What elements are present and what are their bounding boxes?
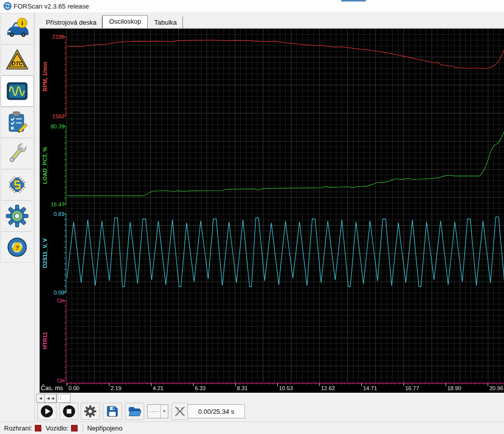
wrench-icon [5,141,29,166]
transport-toolbar: ▼ 0.00/25.34 s [35,403,504,422]
tests-clipboard-icon [5,110,29,134]
status-bar: Rozhraní: Vozidlo: Nepřipojeno [0,421,504,434]
save-floppy-icon [106,405,118,417]
svg-text:0.00: 0.00 [54,290,65,296]
svg-text:On: On [57,298,65,304]
sidebar-item-help[interactable]: ? [1,232,34,263]
sidebar-item-settings[interactable] [1,200,34,232]
scope-traces: 21861582RPM, 1/min80.3916.47LOAD_PCT, %0… [40,29,504,393]
svg-text:8.31: 8.31 [237,385,247,391]
scrollbar-thumb[interactable] [56,394,71,403]
record-settings-button[interactable] [81,403,100,420]
marker-select-dropdown[interactable]: ▼ [147,404,168,418]
interface-status-indicator [35,425,41,431]
sidebar-item-configuration[interactable] [1,169,34,200]
markers-toggle-button[interactable] [171,403,188,420]
open-folder-icon [128,405,141,417]
svg-text:0.81: 0.81 [54,211,65,217]
svg-text:4.21: 4.21 [153,385,163,391]
svg-text:LOAD_PCT, %: LOAD_PCT, % [42,147,48,184]
window-title: FORScan v2.3.65 release [14,3,89,10]
svg-text:6.33: 6.33 [195,385,206,391]
svg-text:On: On [57,378,65,384]
scroll-left-button[interactable]: ◄ [36,394,45,403]
time-position-display: 0.00/25.34 s [187,404,245,418]
open-file-button[interactable] [125,403,144,420]
svg-text:2186: 2186 [52,34,65,40]
chevron-down-icon: ▼ [160,405,168,418]
svg-text:12.62: 12.62 [321,385,335,391]
connection-status-text: Nepřipojeno [87,424,122,432]
sidebar-item-dtc[interactable]: DTC [1,44,34,76]
svg-text:i: i [21,19,23,27]
play-button[interactable] [37,403,56,420]
tab-dashboard[interactable]: Přístrojová deska [40,17,102,28]
svg-text:16.77: 16.77 [405,385,419,391]
play-icon [40,405,53,418]
svg-text:HTR11: HTR11 [42,332,48,349]
svg-text:RPM, 1/min: RPM, 1/min [42,61,48,92]
svg-text:Čas, ms: Čas, ms [41,384,63,392]
svg-text:10.53: 10.53 [279,385,293,391]
marker-select-value [149,411,159,412]
stop-icon [62,405,76,418]
background-window-artifact [341,0,366,2]
svg-text:2.19: 2.19 [111,385,121,391]
sidebar-item-service[interactable] [1,138,34,169]
chip-icon [5,173,29,197]
stop-button[interactable] [59,403,79,420]
svg-text:16.47: 16.47 [50,201,65,207]
tab-bar: Přístrojová deska Osciloskop Tabulka [40,15,183,28]
vehicle-status-indicator [71,425,78,431]
svg-text:80.39: 80.39 [50,123,65,129]
record-gear-icon [84,405,97,418]
svg-text:DTC: DTC [12,60,24,66]
svg-text:20.96: 20.96 [489,385,503,391]
dtc-triangle-icon: DTC [5,48,29,72]
title-bar: FORScan v2.3.65 release [0,0,504,13]
app-logo-icon [4,2,12,10]
svg-text:?: ? [16,245,19,251]
tab-table[interactable]: Tabulka [149,17,183,28]
sidebar-item-oscilloscope[interactable] [1,76,34,107]
time-scrollbar: ◄ ◄◄ [35,394,504,403]
help-wheel-icon: ? [5,235,29,259]
markers-disabled-icon [174,405,186,417]
car-info-icon: i [5,17,29,41]
oscilloscope-plot[interactable]: 21861582RPM, 1/min80.3916.47LOAD_PCT, %0… [39,28,504,393]
sidebar-item-tests[interactable] [1,107,34,138]
oscilloscope-icon [5,79,29,103]
sidebar: i DTC [0,13,35,434]
sidebar-item-vehicle-info[interactable]: i [1,13,34,44]
status-panel-divider [83,424,83,432]
save-button[interactable] [103,403,122,420]
svg-text:1582: 1582 [52,113,65,119]
tab-oscilloscope[interactable]: Osciloskop [102,15,148,28]
svg-text:O2S11_V, V: O2S11_V, V [42,238,48,268]
svg-text:0.00: 0.00 [69,385,79,391]
vehicle-label: Vozidlo: [45,424,69,432]
gear-icon [5,204,29,228]
svg-text:14.71: 14.71 [363,385,377,391]
svg-text:18.90: 18.90 [448,385,462,391]
scroll-left-fast-button[interactable]: ◄◄ [44,394,56,403]
interface-label: Rozhraní: [4,424,32,432]
